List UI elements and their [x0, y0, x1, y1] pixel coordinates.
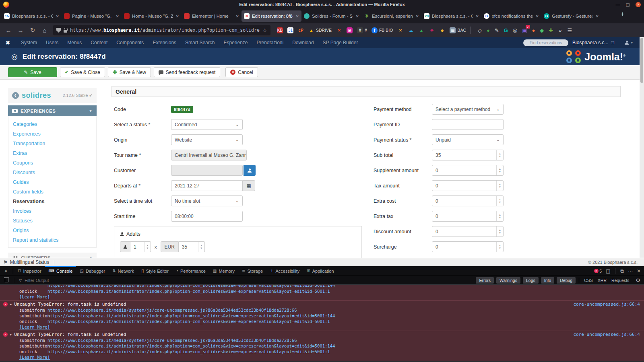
- tab-close-icon[interactable]: ✕: [175, 14, 179, 19]
- expand-triangle-icon[interactable]: ▶: [10, 303, 12, 306]
- status-select[interactable]: Confirmed: [171, 119, 243, 130]
- https-lock-icon[interactable]: [64, 30, 67, 33]
- window-maximize-button[interactable]: ▢: [626, 2, 630, 7]
- admin-menu-item[interactable]: Menus: [63, 40, 86, 45]
- filter-level-button[interactable]: Warnings: [496, 277, 520, 284]
- field-select[interactable]: Unpaid: [432, 134, 504, 145]
- page-scrollbar[interactable]: [640, 37, 644, 258]
- spinner-arrows-icon[interactable]: ▲▼: [496, 181, 503, 191]
- field-number-input[interactable]: 0▲▼: [432, 211, 504, 222]
- start-time-input[interactable]: 08:00:00: [171, 211, 243, 222]
- devtools-tab[interactable]: ⊞Application: [303, 266, 337, 276]
- calendar-picker-button[interactable]: ▦: [242, 180, 255, 191]
- devtools-tab[interactable]: ⌨Console: [45, 266, 76, 276]
- admin-menu-item[interactable]: Components: [112, 40, 148, 45]
- bookmark-item[interactable]: # #: [357, 27, 367, 33]
- extension-icon[interactable]: ●: [487, 27, 490, 33]
- find-reservations-input[interactable]: Find reservations: [523, 39, 568, 46]
- sidebar-menu-item[interactable]: Reservations: [8, 197, 96, 206]
- tab-close-icon[interactable]: ✕: [415, 14, 419, 19]
- devtools-menu-icon[interactable]: ⋯: [628, 268, 633, 274]
- devtools-tab[interactable]: ◔Performance: [172, 266, 209, 276]
- sidebar-menu-item[interactable]: Transportation: [8, 139, 96, 148]
- extension-icon[interactable]: ▣7: [522, 27, 527, 33]
- customer-input[interactable]: [171, 165, 243, 176]
- extension-icon[interactable]: ◇: [478, 27, 482, 33]
- admin-menu-item[interactable]: Content: [86, 40, 112, 45]
- bookmark-item[interactable]: ▲ SDRIVE: [308, 27, 332, 33]
- spinner-arrows-icon[interactable]: ▲▼: [496, 242, 503, 252]
- field-number-input[interactable]: 0▲▼: [432, 226, 504, 237]
- url-bar[interactable]: https://www.biosphaera.it/administrator/…: [53, 25, 270, 35]
- tab-close-icon[interactable]: ✕: [475, 14, 479, 19]
- split-console-icon[interactable]: ◫: [606, 268, 610, 274]
- sidebar-section-experiences[interactable]: EXPERIENCES ▼: [8, 105, 97, 116]
- bookmark-item[interactable]: ✕: [336, 27, 342, 33]
- tab-close-icon[interactable]: ✕: [55, 14, 59, 19]
- reload-button[interactable]: ↻: [27, 27, 38, 34]
- admin-menu-item[interactable]: Esperienze: [219, 40, 252, 45]
- sidebar-menu-item[interactable]: Guides: [8, 177, 96, 187]
- browser-tab[interactable]: 20 Biosphaera s.c.s. - Cal ✕: [421, 10, 481, 22]
- departs-at-input[interactable]: 2021-12-27: [171, 180, 243, 191]
- spinner-arrows-icon[interactable]: ▲▼: [496, 165, 503, 175]
- save-button[interactable]: ✎Save: [8, 67, 57, 77]
- adults-quantity-stepper[interactable]: 1▲▼: [130, 241, 151, 252]
- cancel-button[interactable]: ✕Cancel: [225, 67, 258, 77]
- extension-icon[interactable]: ✚: [549, 27, 553, 33]
- tour-name-select[interactable]: Centri Invernali al Museo G. Zanr: [171, 150, 247, 160]
- browser-tab[interactable]: G xfce notifications the ✕: [481, 10, 541, 22]
- back-button[interactable]: ←: [3, 27, 14, 34]
- extension-icon[interactable]: G: [504, 27, 508, 33]
- spinner-arrows-icon[interactable]: ▲▼: [144, 242, 151, 252]
- field-select[interactable]: Select a payment method: [432, 104, 504, 115]
- bookmark-item[interactable]: ◉: [347, 27, 353, 33]
- bookmark-item[interactable]: ☁: [408, 27, 414, 33]
- bookmark-star-icon[interactable]: ☆: [262, 27, 267, 33]
- multilingual-status[interactable]: Multilingual Status: [10, 259, 49, 265]
- sidebar-menu-item[interactable]: Invoices: [8, 206, 96, 216]
- stack-url-link[interactable]: https://www.biosphaera.it/administrator/…: [47, 319, 330, 324]
- filter-output-input[interactable]: Filter Output: [25, 278, 49, 283]
- learn-more-link[interactable]: [Learn More]: [0, 324, 644, 331]
- bookmark-item[interactable]: ❋: [429, 27, 435, 33]
- devtools-tab[interactable]: ▥Memory: [209, 266, 238, 276]
- responsive-mode-icon[interactable]: ⧉: [620, 268, 624, 274]
- extension-icon[interactable]: ●: [532, 27, 535, 33]
- learn-more-link[interactable]: [Learn More]: [0, 354, 644, 361]
- browser-tab[interactable]: ✕ Edit reservation: 8f84 ✕: [242, 10, 301, 22]
- sidebar-section-customers[interactable]: CUSTOMERS ▼: [8, 253, 97, 258]
- tab-close-icon[interactable]: ✕: [535, 14, 539, 19]
- admin-menu-item[interactable]: Smart Search: [181, 40, 219, 45]
- sidebar-menu-item[interactable]: Report and statistics: [8, 235, 96, 245]
- admin-menu-item[interactable]: Extensions: [148, 40, 181, 45]
- spinner-arrows-icon[interactable]: ▲▼: [496, 211, 503, 221]
- bookmark-item[interactable]: 31: [287, 27, 293, 33]
- admin-menu-item[interactable]: Prenotazioni: [252, 40, 288, 45]
- field-number-input[interactable]: 0▲▼: [432, 195, 504, 206]
- extension-icon[interactable]: ◆: [540, 27, 544, 33]
- stack-url-link[interactable]: https://www.biosphaera.it/administrator/…: [47, 313, 335, 318]
- forward-button[interactable]: →: [15, 27, 26, 34]
- extension-icon[interactable]: ◎: [513, 27, 517, 33]
- devtools-close-icon[interactable]: ✕: [637, 268, 641, 274]
- bookmark-item[interactable]: cP: [298, 27, 304, 33]
- spinner-arrows-icon[interactable]: ▲▼: [198, 242, 204, 252]
- scrollbar-thumb[interactable]: [640, 38, 643, 83]
- tracking-protection-shield-icon[interactable]: [56, 28, 61, 33]
- admin-menu-item[interactable]: Users: [41, 40, 63, 45]
- filter-type-button[interactable]: Requests: [610, 278, 631, 283]
- origin-select[interactable]: Website: [171, 134, 243, 145]
- devtools-tab[interactable]: ✛Accessibility: [266, 266, 303, 276]
- admin-menu-item[interactable]: Download: [288, 40, 318, 45]
- devtools-tab[interactable]: ⊡Inspector: [14, 266, 45, 276]
- expand-triangle-icon[interactable]: ▶: [10, 333, 12, 336]
- bookmark-item[interactable]: KB: [277, 27, 283, 33]
- spinner-arrows-icon[interactable]: ▲▼: [496, 196, 503, 206]
- browser-tab[interactable]: 15 Biosphaera s.c.s. - Cal ✕: [2, 10, 62, 22]
- admin-menu-item[interactable]: SP Page Builder: [318, 40, 363, 45]
- devtools-tab[interactable]: ⇅Network: [109, 266, 138, 276]
- browser-tab[interactable]: Solidres - Forum - Sol ✕: [301, 10, 361, 22]
- tab-close-icon[interactable]: ✕: [355, 14, 359, 19]
- send-feedback-button[interactable]: Send feedback request: [154, 67, 220, 77]
